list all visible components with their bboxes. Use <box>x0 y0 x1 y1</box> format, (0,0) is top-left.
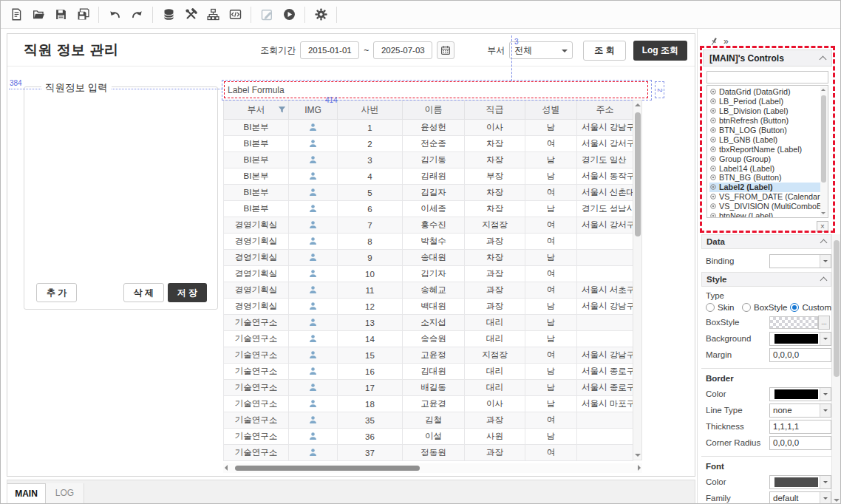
save-button[interactable] <box>50 4 72 26</box>
line-type-select[interactable]: none <box>769 403 831 418</box>
table-row[interactable]: 경영기획실7홍수진지점장여서울시 강서구 <box>224 217 633 234</box>
table-row[interactable]: 경영기획실11송혜교과장여서울시 서초구 <box>224 282 633 299</box>
save-record-button[interactable]: 저 장 <box>168 283 207 302</box>
filter-icon[interactable] <box>278 106 286 114</box>
boxstyle-more-button[interactable]: ... <box>818 316 830 330</box>
table-row[interactable]: 기술연구소14송승원대리남 <box>224 331 633 347</box>
radio-custom[interactable]: Custom <box>790 303 831 312</box>
control-item[interactable]: DataGrid (DataGrid) <box>709 87 828 97</box>
column-header[interactable]: 부서 <box>224 101 289 120</box>
table-row[interactable]: 경영기획실10김기자과장여 <box>224 266 633 282</box>
scroll-down-arrow-icon[interactable] <box>821 212 825 214</box>
controls-search-input[interactable] <box>706 71 828 84</box>
calendar-button[interactable] <box>437 41 454 59</box>
add-button[interactable]: 추 가 <box>36 283 77 302</box>
table-row[interactable]: 기술연구소35김철과장여 <box>224 412 633 429</box>
table-row[interactable]: BI본부6이세종차장남경기도 성남시 <box>224 201 633 217</box>
control-item[interactable]: LB_GNB (Label) <box>709 134 828 144</box>
control-item[interactable]: Label2 (Label) <box>709 183 828 192</box>
table-row[interactable]: 기술연구소36이설사원남 <box>224 429 633 445</box>
boxstyle-swatch[interactable] <box>769 316 818 329</box>
scroll-right-arrow-icon[interactable] <box>638 465 641 471</box>
hierarchy-button[interactable] <box>202 4 224 26</box>
properties-scrollbar[interactable] <box>831 234 840 504</box>
vertical-scroll-thumb[interactable] <box>635 112 641 236</box>
table-row[interactable]: BI본부4김래원부장남서울시 동작구 <box>224 168 633 185</box>
control-item[interactable]: Label14 (Label) <box>709 163 828 173</box>
list-scroll-thumb[interactable] <box>821 95 826 183</box>
column-header[interactable]: 사번 <box>338 101 403 120</box>
margin-input[interactable]: 0,0,0,0 <box>769 348 831 362</box>
table-row[interactable]: BI본부1윤성헌이사남서울시 강남구 <box>224 120 633 136</box>
label-formula[interactable]: Label Formula <box>224 81 648 98</box>
table-row[interactable]: BI본부3김기동차장남경기도 일산 <box>224 152 633 168</box>
control-item[interactable]: Group (Group) <box>709 154 828 163</box>
log-search-button[interactable]: Log 조회 <box>633 41 687 61</box>
delete-button[interactable]: 삭 제 <box>123 283 164 302</box>
search-button[interactable]: 조 회 <box>583 41 625 61</box>
thickness-input[interactable]: 1,1,1,1 <box>769 420 831 434</box>
border-color-select[interactable] <box>769 387 831 401</box>
tools-button[interactable] <box>180 4 202 26</box>
column-header[interactable]: 이름 <box>403 101 465 120</box>
control-item[interactable]: VS_FROM_DATE (CalendarFromTo) <box>709 192 828 202</box>
column-header[interactable]: 주소 <box>577 101 633 120</box>
table-row[interactable]: 기술연구소18고윤경이사남서울시 마포구 <box>224 396 633 412</box>
control-item[interactable]: LB_Division (Label) <box>709 106 828 116</box>
section-header-style[interactable]: Style <box>701 272 831 287</box>
scroll-left-arrow-icon[interactable] <box>225 465 228 471</box>
date-from-input[interactable] <box>300 41 359 59</box>
section-header-data[interactable]: Data <box>701 234 831 249</box>
new-document-button[interactable] <box>5 4 27 26</box>
undo-button[interactable] <box>103 4 126 26</box>
radio-boxstyle[interactable]: BoxStyle <box>742 303 790 312</box>
close-button[interactable]: × <box>817 221 828 232</box>
horizontal-scroll-thumb[interactable] <box>235 466 420 471</box>
table-row[interactable]: 기술연구소16김대원대리남서울시 종로구 <box>224 364 633 380</box>
collapse-chevrons[interactable]: » <box>723 36 729 47</box>
scroll-down-arrow-icon[interactable] <box>834 499 840 502</box>
settings-button[interactable] <box>310 4 332 26</box>
font-color-select[interactable] <box>769 475 831 489</box>
control-item[interactable]: btnNew (Label) <box>709 211 828 218</box>
grid-vertical-scrollbar[interactable] <box>633 100 642 460</box>
table-row[interactable]: 경영기획실8박철수과장여 <box>224 234 633 250</box>
control-item[interactable]: tbxReportName (Label) <box>709 144 828 154</box>
column-header[interactable]: 성별 <box>525 101 577 120</box>
radio-skin[interactable]: Skin <box>706 303 742 312</box>
controls-panel-header[interactable]: [MAIN]'s Controls <box>703 50 832 67</box>
table-row[interactable]: BI본부5김길자차장여서울시 신촌대로 <box>224 185 633 201</box>
scroll-up-arrow-icon[interactable] <box>635 103 641 106</box>
save-all-button[interactable] <box>72 4 94 26</box>
open-file-button[interactable] <box>27 4 50 26</box>
column-header[interactable]: 직급 <box>465 101 525 120</box>
control-item[interactable]: BTN_BG (Button) <box>709 173 828 183</box>
binding-select[interactable] <box>769 254 831 268</box>
code-editor-button[interactable] <box>224 4 246 26</box>
control-item[interactable]: btnRefresh (Button) <box>709 116 828 126</box>
table-row[interactable]: 기술연구소13소지섭대리남 <box>224 315 633 331</box>
redo-button[interactable] <box>126 4 148 26</box>
table-row[interactable]: 기술연구소15고윤정지점장여서울시 강남구 <box>224 347 633 364</box>
corner-radius-input[interactable]: 0,0,0,0 <box>769 436 831 450</box>
department-select[interactable]: 전체 <box>509 41 573 59</box>
database-button[interactable] <box>157 4 180 26</box>
date-to-input[interactable] <box>373 41 432 59</box>
table-row[interactable]: 기술연구소37정동원과장여 <box>224 445 633 461</box>
control-item[interactable]: LB_Period (Label) <box>709 97 828 106</box>
table-row[interactable]: 기술연구소17배길동대리남서울시 종로구 <box>224 380 633 396</box>
control-item[interactable]: VS_DIVISION (MultiComboBox) <box>709 202 828 211</box>
properties-scroll-thumb[interactable] <box>834 240 840 377</box>
tab-log[interactable]: LOG <box>46 483 84 503</box>
font-family-select[interactable]: default <box>769 491 831 504</box>
table-row[interactable]: 경영기획실9송대원차장남 <box>224 250 633 266</box>
background-color-select[interactable] <box>769 332 831 346</box>
control-item[interactable]: BTN_LOG (Button) <box>709 126 828 135</box>
tab-main[interactable]: MAIN <box>7 483 46 503</box>
grid-horizontal-scrollbar[interactable] <box>223 463 642 473</box>
controls-list-scrollbar[interactable] <box>820 86 828 217</box>
run-button[interactable] <box>278 4 300 26</box>
scroll-down-arrow-icon[interactable] <box>635 454 641 457</box>
edit-button[interactable] <box>256 4 278 26</box>
table-row[interactable]: BI본부2전순종차장여서울시 강서구 ... <box>224 136 633 152</box>
